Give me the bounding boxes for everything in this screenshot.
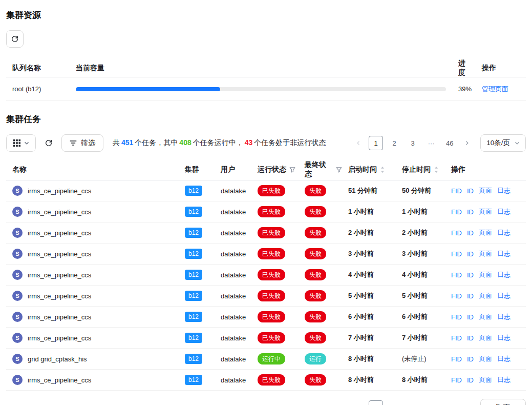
resources-table: 队列名称 当前容量 进度 操作 root (b12) 39% 管理页面 <box>6 59 526 101</box>
stop-time: 8 小时前 <box>396 375 445 384</box>
action-log-link[interactable]: 日志 <box>497 207 510 216</box>
action-page-link[interactable]: 页面 <box>479 312 492 321</box>
action-fid-link[interactable]: FID <box>451 187 462 195</box>
action-page-link[interactable]: 页面 <box>479 249 492 258</box>
pagination-prev-button[interactable] <box>352 136 365 150</box>
action-fid-link[interactable]: FID <box>451 355 462 363</box>
action-id-link[interactable]: ID <box>467 292 474 300</box>
row-actions: FIDID页面日志 <box>445 249 526 258</box>
action-id-link[interactable]: ID <box>467 313 474 321</box>
start-time: 6 小时前 <box>342 312 396 321</box>
table-row: S irms_ce_pipeline_ccs b12 datalake 已失败 … <box>6 286 526 307</box>
row-actions: FIDID页面日志 <box>445 333 526 342</box>
table-row: S grid grid_cptask_his b12 datalake 运行中 … <box>6 349 526 370</box>
progress-track <box>76 87 446 91</box>
table-row: S irms_ce_pipeline_ccs b12 datalake 已失败 … <box>6 307 526 328</box>
action-log-link[interactable]: 日志 <box>497 186 510 195</box>
action-id-link[interactable]: ID <box>467 250 474 258</box>
action-page-link[interactable]: 页面 <box>479 333 492 342</box>
task-table-body: S irms_ce_pipeline_ccs b12 datalake 已失败 … <box>6 180 526 391</box>
pagination-page-3[interactable]: 3 <box>406 136 420 150</box>
action-log-link[interactable]: 日志 <box>497 291 510 300</box>
action-fid-link[interactable]: FID <box>451 292 462 300</box>
pagination-page-46[interactable]: 46 <box>442 400 457 405</box>
action-page-link[interactable]: 页面 <box>479 207 492 216</box>
column-settings-dropdown-button[interactable] <box>6 134 36 152</box>
col-queue-name: 队列名称 <box>6 64 70 73</box>
spark-avatar-icon: S <box>12 249 23 259</box>
pagination-page-1[interactable]: 1 <box>369 400 383 405</box>
action-log-link[interactable]: 日志 <box>497 249 510 258</box>
total-task-count: 451 <box>121 138 133 147</box>
pagination-page-2[interactable]: 2 <box>387 400 401 405</box>
resources-section-title: 集群资源 <box>6 9 526 21</box>
action-id-link[interactable]: ID <box>467 376 474 384</box>
filter-button[interactable]: 筛选 <box>61 134 103 152</box>
pagination-page-46[interactable]: 46 <box>442 136 457 150</box>
table-row: S irms_ce_pipeline_ccs b12 datalake 已失败 … <box>6 201 526 222</box>
action-log-link[interactable]: 日志 <box>497 312 510 321</box>
action-page-link[interactable]: 页面 <box>479 354 492 363</box>
pagination-page-3[interactable]: 3 <box>406 400 420 405</box>
final-status-badge: 失败 <box>305 269 326 280</box>
pagination-ellipsis: ··· <box>424 136 438 150</box>
action-page-link[interactable]: 页面 <box>479 270 492 279</box>
resources-refresh-button[interactable] <box>6 30 24 48</box>
filter-lines-icon <box>70 139 77 147</box>
action-page-link[interactable]: 页面 <box>479 375 492 384</box>
row-actions: FIDID页面日志 <box>445 228 526 237</box>
start-time-sort-icon[interactable] <box>380 166 385 173</box>
action-page-link[interactable]: 页面 <box>479 291 492 300</box>
action-fid-link[interactable]: FID <box>451 334 462 342</box>
page-size-select[interactable]: 10条/页 <box>480 134 526 152</box>
start-time: 3 小时前 <box>342 249 396 258</box>
action-id-link[interactable]: ID <box>467 334 474 342</box>
action-fid-link[interactable]: FID <box>451 229 462 237</box>
pagination-next-button[interactable] <box>461 400 473 405</box>
pagination-page-1[interactable]: 1 <box>369 136 383 150</box>
action-page-link[interactable]: 页面 <box>479 186 492 195</box>
task-user: datalake <box>215 313 251 321</box>
run-status-filter-icon[interactable] <box>289 167 295 173</box>
task-name: irms_ce_pipeline_ccs <box>28 250 91 258</box>
refresh-icon <box>11 35 19 43</box>
action-fid-link[interactable]: FID <box>451 250 462 258</box>
pagination-prev-button[interactable] <box>352 400 365 405</box>
action-id-link[interactable]: ID <box>467 355 474 363</box>
pagination-page-2[interactable]: 2 <box>387 136 401 150</box>
action-log-link[interactable]: 日志 <box>497 333 510 342</box>
action-fid-link[interactable]: FID <box>451 313 462 321</box>
action-id-link[interactable]: ID <box>467 229 474 237</box>
action-log-link[interactable]: 日志 <box>497 270 510 279</box>
final-status-filter-icon[interactable] <box>336 167 342 173</box>
run-status-badge: 已失败 <box>258 227 285 238</box>
stop-time: 1 小时前 <box>396 207 445 216</box>
tasks-refresh-button[interactable] <box>41 134 56 152</box>
action-log-link[interactable]: 日志 <box>497 375 510 384</box>
start-time: 51 分钟前 <box>342 186 396 195</box>
capacity-progress-bar <box>70 87 452 91</box>
page-size-select[interactable]: 10条/页 <box>480 399 526 405</box>
action-log-link[interactable]: 日志 <box>497 228 510 237</box>
action-page-link[interactable]: 页面 <box>479 228 492 237</box>
task-name: irms_ce_pipeline_ccs <box>28 334 91 342</box>
manage-page-link[interactable]: 管理页面 <box>482 85 508 93</box>
refresh-icon <box>45 139 53 147</box>
table-row: S irms_ce_pipeline_ccs b12 datalake 已失败 … <box>6 328 526 349</box>
action-id-link[interactable]: ID <box>467 271 474 279</box>
start-time: 2 小时前 <box>342 228 396 237</box>
action-id-link[interactable]: ID <box>467 208 474 216</box>
action-fid-link[interactable]: FID <box>451 376 462 384</box>
cluster-badge: b12 <box>185 249 202 259</box>
run-status-badge: 运行中 <box>258 353 285 364</box>
start-time: 7 小时前 <box>342 333 396 342</box>
stop-time-sort-icon[interactable] <box>434 166 439 173</box>
cluster-badge: b12 <box>185 186 202 196</box>
action-log-link[interactable]: 日志 <box>497 354 510 363</box>
action-fid-link[interactable]: FID <box>451 208 462 216</box>
action-fid-link[interactable]: FID <box>451 271 462 279</box>
cluster-badge: b12 <box>185 207 202 217</box>
action-id-link[interactable]: ID <box>467 187 474 195</box>
page-size-value: 10条/页 <box>486 403 510 405</box>
pagination-next-button[interactable] <box>461 136 473 150</box>
